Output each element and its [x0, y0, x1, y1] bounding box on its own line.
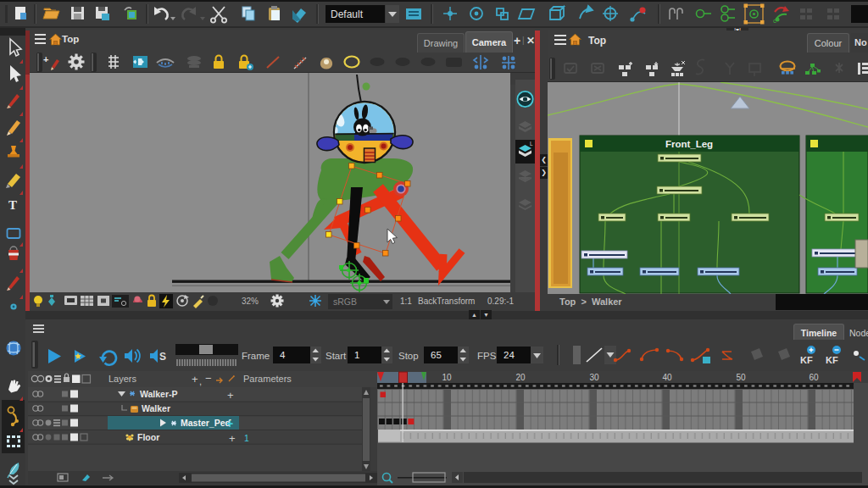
svg-text:1: 1 — [354, 350, 359, 360]
svg-text:Stop: Stop — [398, 351, 419, 361]
svg-text:Frame: Frame — [242, 351, 270, 361]
svg-text:FPS: FPS — [477, 351, 497, 361]
svg-text:Floor: Floor — [137, 432, 159, 442]
svg-text:60: 60 — [809, 373, 819, 382]
svg-text:Front_Leg: Front_Leg — [665, 139, 713, 149]
svg-text:10: 10 — [442, 373, 452, 382]
svg-text:S: S — [159, 351, 166, 363]
svg-text:T: T — [8, 198, 17, 212]
svg-text:32%: 32% — [242, 297, 259, 306]
svg-text:Default: Default — [331, 8, 364, 20]
svg-text:Walker-P: Walker-P — [140, 389, 178, 399]
svg-text:4: 4 — [280, 350, 286, 360]
svg-text:65: 65 — [431, 350, 442, 360]
svg-text:20: 20 — [515, 373, 526, 382]
svg-text:+: + — [226, 417, 233, 430]
svg-text:L: L — [530, 141, 533, 147]
svg-text:Layers: Layers — [108, 374, 137, 384]
svg-text:c: c — [773, 17, 776, 25]
svg-text:50: 50 — [736, 373, 746, 382]
svg-text:Parameters: Parameters — [243, 374, 292, 384]
svg-text:+: + — [43, 54, 48, 64]
svg-text:Start: Start — [326, 351, 347, 361]
svg-text:BackTransform: BackTransform — [418, 297, 475, 306]
svg-text:24: 24 — [504, 350, 515, 360]
svg-text:KF: KF — [826, 355, 838, 365]
svg-text:30: 30 — [589, 373, 599, 382]
svg-text:+: + — [227, 389, 234, 402]
svg-text:+: + — [192, 373, 198, 385]
svg-text:KF: KF — [800, 355, 813, 365]
svg-text:1: 1 — [244, 433, 249, 443]
svg-text:Walker: Walker — [142, 403, 170, 413]
svg-text:0.29:-1: 0.29:-1 — [487, 297, 515, 306]
svg-text:+: + — [229, 432, 236, 445]
svg-text:−: − — [205, 372, 212, 385]
svg-text:,: , — [199, 376, 202, 386]
svg-text:sRGB: sRGB — [333, 297, 357, 307]
svg-text:40: 40 — [662, 373, 672, 382]
svg-text:Master_Peɗ: Master_Peɗ — [181, 418, 231, 428]
svg-text:1:1: 1:1 — [400, 297, 412, 306]
